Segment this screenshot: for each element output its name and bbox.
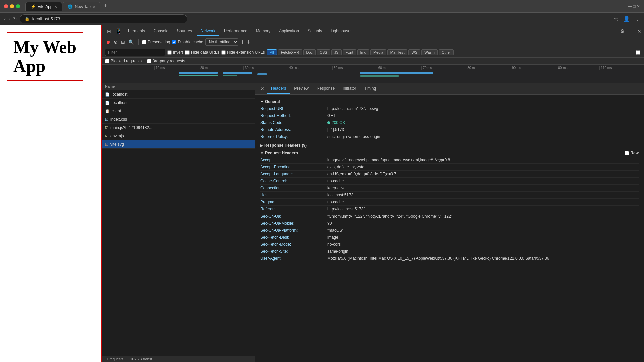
- request-headers-arrow: ▼: [260, 151, 264, 155]
- filter-btn-fetchxhr[interactable]: Fetch/XHR: [278, 49, 302, 55]
- headers-tab-headers[interactable]: Headers: [267, 84, 290, 94]
- throttle-select[interactable]: No throttling: [205, 38, 238, 46]
- headers-tab-preview[interactable]: Preview: [290, 84, 313, 94]
- new-tab-button[interactable]: +: [101, 1, 110, 11]
- preserve-log-checkbox[interactable]: [142, 40, 146, 44]
- preserve-log-checkbox-label[interactable]: Preserve log: [142, 40, 170, 44]
- tab-close-icon[interactable]: ✕: [54, 5, 57, 9]
- sec-ch-ua-mobile-key: Sec-Ch-Ua-Mobile:: [260, 221, 327, 226]
- hide-ext-urls-label[interactable]: Hide extension URLs: [221, 50, 265, 55]
- response-headers-section-header[interactable]: ▶ Response Headers (9): [260, 140, 639, 149]
- disable-cache-checkbox[interactable]: [172, 40, 176, 44]
- filter-btn-ws[interactable]: WS: [408, 49, 420, 55]
- devtools-icon-layout[interactable]: ⊞: [105, 27, 113, 35]
- filter-input[interactable]: [105, 49, 165, 56]
- request-item-localhost-1[interactable]: 📄 localhost: [102, 90, 255, 99]
- hide-data-urls-checkbox[interactable]: [185, 50, 190, 55]
- filter-btn-img[interactable]: Img: [357, 49, 369, 55]
- request-item-vitesvg[interactable]: ☑ vite.svg: [102, 140, 255, 149]
- invert-label[interactable]: Invert: [167, 50, 183, 55]
- forward-button[interactable]: ›: [8, 16, 10, 22]
- filter-btn-font[interactable]: Font: [343, 49, 356, 55]
- browser-tab-newtab[interactable]: 🌐 New Tab ✕: [63, 2, 100, 11]
- record-stop-button[interactable]: ⏺: [105, 39, 111, 45]
- headers-tab-initiator[interactable]: Initiator: [339, 84, 360, 94]
- filter-toggle-button[interactable]: ⊟: [120, 39, 126, 45]
- close-panel-button[interactable]: ✕: [258, 85, 267, 93]
- hide-ext-urls-checkbox[interactable]: [221, 50, 226, 55]
- filter-btn-manifest[interactable]: Manifest: [387, 49, 408, 55]
- filter-btn-other[interactable]: Other: [439, 49, 454, 55]
- request-url-key: Request URL:: [260, 106, 327, 111]
- request-header-cache-control: Cache-Control: no-cache: [260, 178, 639, 185]
- sec-fetch-mode-value: no-cors: [327, 242, 639, 247]
- download-icon-button[interactable]: ⬇: [247, 39, 251, 45]
- tab-network[interactable]: Network: [197, 26, 219, 36]
- profile-icon[interactable]: 👤: [623, 16, 630, 22]
- more-options-icon[interactable]: ⋮: [629, 28, 633, 34]
- request-header-sec-fetch-mode: Sec-Fetch-Mode: no-cors: [260, 241, 639, 248]
- filter-btn-all[interactable]: All: [267, 49, 277, 55]
- upload-icon-button[interactable]: ⬆: [240, 39, 245, 45]
- request-headers-section-header[interactable]: ▼ Request Headers Raw: [260, 149, 639, 157]
- request-item-localhost-2[interactable]: 📄 localhost: [102, 99, 255, 107]
- filter-button-group: All Fetch/XHR Doc CSS JS Font Img Media …: [267, 49, 454, 55]
- menu-icon[interactable]: ⋮: [635, 16, 640, 22]
- raw-checkbox[interactable]: [625, 151, 629, 155]
- search-button[interactable]: 🔍: [128, 39, 135, 45]
- browser-toolbar-right: ☆ 👤 ⋮: [614, 16, 640, 22]
- close-traffic-light[interactable]: [4, 4, 8, 8]
- tab-lighthouse[interactable]: Lighthouse: [327, 26, 355, 36]
- blocked-cookies-checkbox[interactable]: [636, 50, 640, 55]
- filter-btn-js[interactable]: JS: [331, 49, 342, 55]
- tab-performance[interactable]: Performance: [220, 26, 251, 36]
- browser-tab-vite[interactable]: ⚡ Vite App ✕: [25, 2, 62, 11]
- settings-icon[interactable]: ⚙: [620, 28, 625, 34]
- request-item-envmjs[interactable]: ☑ env.mjs: [102, 132, 255, 140]
- blocked-requests-label[interactable]: Blocked requests: [105, 59, 142, 63]
- tab-memory[interactable]: Memory: [252, 26, 274, 36]
- blocked-requests-text: Blocked requests: [111, 59, 142, 63]
- filter-btn-media[interactable]: Media: [370, 49, 386, 55]
- tab-elements[interactable]: Elements: [124, 26, 149, 36]
- address-input-box[interactable]: 🔒 localhost:5173: [20, 14, 187, 23]
- request-item-mainjs[interactable]: ☑ main.js?t=171094182....: [102, 124, 255, 132]
- headers-tab-response[interactable]: Response: [313, 84, 339, 94]
- tab-sources[interactable]: Sources: [173, 26, 196, 36]
- request-name-indexcss: index.css: [110, 117, 127, 122]
- newtab-close-icon[interactable]: ✕: [93, 5, 95, 9]
- tab-console[interactable]: Console: [150, 26, 172, 36]
- blocked-requests-checkbox[interactable]: [105, 59, 109, 63]
- general-request-method-row: Request Method: GET: [260, 112, 639, 119]
- general-section-header[interactable]: ▼ General: [260, 97, 639, 105]
- connection-value: keep-alive: [327, 186, 639, 190]
- devtools-panel: ⊞ 📱 Elements Console Sources Network Per…: [102, 25, 644, 362]
- request-icon-doc-2: 📄: [105, 101, 110, 105]
- third-party-requests-checkbox[interactable]: [147, 59, 151, 63]
- blocked-cookies-label[interactable]: [636, 50, 641, 55]
- filter-btn-doc[interactable]: Doc: [303, 49, 316, 55]
- devtools-icon-device[interactable]: 📱: [114, 27, 123, 35]
- third-party-requests-label[interactable]: 3rd-party requests: [147, 59, 185, 63]
- request-item-client[interactable]: 📋 client: [102, 107, 255, 115]
- back-button[interactable]: ‹: [4, 16, 6, 22]
- request-item-indexcss[interactable]: ☑ index.css: [102, 115, 255, 124]
- devtools-close-icon[interactable]: ✕: [637, 28, 641, 34]
- disable-cache-checkbox-label[interactable]: Disable cache: [172, 40, 203, 44]
- bookmark-icon[interactable]: ☆: [614, 16, 619, 22]
- request-header-host: Host: localhost:5173: [260, 192, 639, 199]
- sec-ch-ua-platform-value: "macOS": [327, 228, 639, 233]
- filter-btn-wasm[interactable]: Wasm: [421, 49, 438, 55]
- reload-button[interactable]: ↻: [13, 16, 17, 22]
- headers-tab-timing[interactable]: Timing: [360, 84, 380, 94]
- tab-security[interactable]: Security: [304, 26, 326, 36]
- invert-checkbox[interactable]: [167, 50, 172, 55]
- hide-data-urls-label[interactable]: Hide data URLs: [185, 50, 219, 55]
- request-url-value: http://localhost:5173/vite.svg: [327, 106, 639, 111]
- minimize-traffic-light[interactable]: [10, 4, 14, 8]
- filter-btn-css[interactable]: CSS: [317, 49, 330, 55]
- clear-button[interactable]: ⊘: [113, 39, 118, 45]
- maximize-traffic-light[interactable]: [16, 4, 20, 8]
- tab-application[interactable]: Application: [275, 26, 303, 36]
- sec-fetch-dest-key: Sec-Fetch-Dest:: [260, 235, 327, 240]
